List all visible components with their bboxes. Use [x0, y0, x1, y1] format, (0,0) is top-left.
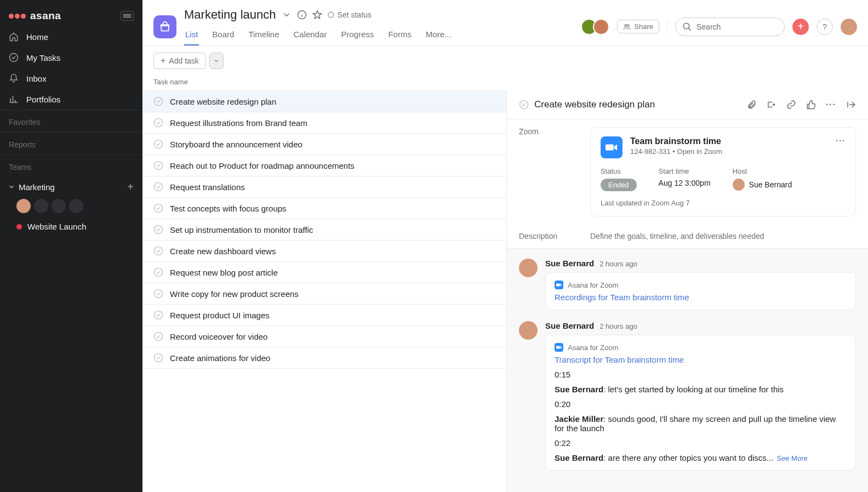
comment-avatar: [519, 321, 538, 340]
task-title: Record voiceover for video: [170, 332, 267, 341]
nav-mytasks-label: My Tasks: [26, 53, 60, 62]
section-favorites[interactable]: Favorites: [0, 110, 142, 132]
recording-link[interactable]: Recordings for Team brainstorm time: [555, 293, 847, 302]
task-check-icon[interactable]: [153, 289, 163, 299]
task-check-icon[interactable]: [153, 246, 163, 256]
sidebar-project-website-launch[interactable]: Website Launch: [0, 218, 142, 236]
nav-home-label: Home: [26, 32, 48, 42]
star-icon[interactable]: [312, 10, 322, 20]
svg-point-6: [155, 119, 163, 127]
section-reports[interactable]: Reports: [0, 133, 142, 155]
task-row[interactable]: Test concepts with focus groups: [142, 198, 506, 219]
task-check-icon[interactable]: [153, 310, 163, 320]
current-user-avatar[interactable]: [841, 19, 857, 35]
task-detail-panel: Create website redesign plan ··· Zoom: [506, 90, 868, 492]
comment-author: Sue Bernard: [545, 321, 594, 330]
task-row[interactable]: Create animations for video: [142, 347, 506, 369]
tab-board[interactable]: Board: [211, 25, 235, 45]
team-marketing[interactable]: Marketing +: [0, 177, 142, 197]
task-check-icon[interactable]: [153, 267, 163, 277]
zoom-card-menu[interactable]: ···: [836, 136, 846, 145]
task-row[interactable]: Request translations: [142, 176, 506, 198]
transcript-link[interactable]: Transcript for Team brainstorm time: [555, 355, 847, 364]
set-status-button[interactable]: Set status: [328, 10, 372, 19]
task-check-icon[interactable]: [153, 225, 163, 234]
see-more-link[interactable]: See More: [776, 454, 807, 462]
task-row[interactable]: Create website redesign plan: [142, 91, 506, 112]
zoom-meeting-card: Team brainstorm time 124-982-331 • Open …: [590, 127, 856, 216]
nav-inbox-label: Inbox: [26, 74, 47, 83]
task-title: Request translations: [170, 182, 245, 192]
task-check-icon[interactable]: [153, 331, 163, 341]
like-icon[interactable]: [806, 100, 816, 110]
description-value[interactable]: Define the goals, timeline, and delivera…: [590, 232, 764, 241]
comment-time: 2 hours ago: [599, 260, 637, 268]
info-icon[interactable]: [297, 10, 307, 20]
tab-more[interactable]: More...: [425, 25, 453, 45]
zoom-open-link[interactable]: Open in Zoom: [677, 147, 722, 156]
complete-task-icon[interactable]: [519, 100, 529, 110]
add-team-icon[interactable]: +: [127, 181, 134, 192]
nav-portfolios[interactable]: Portfolios: [0, 89, 142, 110]
tab-timeline[interactable]: Timeline: [247, 25, 280, 45]
people-icon: [623, 23, 631, 31]
team-members-row: [0, 197, 142, 218]
task-row[interactable]: Set up instrumentation to monitor traffi…: [142, 219, 506, 241]
zoom-start-value: Aug 12 3:00pm: [659, 179, 711, 187]
task-row[interactable]: Storyboard the announcement video: [142, 134, 506, 155]
task-check-icon[interactable]: [153, 161, 163, 170]
chevron-down-icon[interactable]: [282, 10, 292, 20]
member-avatar[interactable]: [52, 199, 66, 213]
task-row[interactable]: Request illustrations from Brand team: [142, 112, 506, 134]
zoom-field-label: Zoom: [519, 127, 579, 216]
svg-point-8: [155, 162, 163, 170]
task-check-icon[interactable]: [153, 182, 163, 192]
more-actions-icon[interactable]: ···: [826, 100, 836, 110]
subtask-icon[interactable]: [767, 100, 776, 110]
attachment-icon[interactable]: [747, 100, 757, 110]
member-avatar[interactable]: [593, 19, 609, 35]
member-avatar[interactable]: [34, 199, 48, 213]
collapse-sidebar-icon[interactable]: [121, 11, 134, 21]
task-row[interactable]: Record voiceover for video: [142, 326, 506, 347]
task-row[interactable]: Create new dashboard views: [142, 241, 506, 262]
tab-list[interactable]: List: [184, 25, 199, 45]
task-row[interactable]: Request new blog post article: [142, 262, 506, 283]
svg-point-18: [520, 101, 528, 109]
project-members[interactable]: [581, 19, 609, 35]
tab-forms[interactable]: Forms: [387, 25, 413, 45]
share-button[interactable]: Share: [617, 20, 659, 33]
nav-inbox[interactable]: Inbox: [0, 68, 142, 89]
search-input[interactable]: Search: [675, 18, 785, 36]
task-check-icon[interactable]: [153, 139, 163, 149]
add-task-dropdown[interactable]: [209, 53, 224, 69]
list-toolbar: + Add task: [142, 46, 868, 69]
svg-rect-21: [556, 346, 560, 349]
member-avatar[interactable]: [69, 199, 83, 213]
task-row[interactable]: Request product UI images: [142, 305, 506, 326]
task-check-icon[interactable]: [153, 118, 163, 128]
task-row[interactable]: Reach out to Product for roadmap announc…: [142, 155, 506, 176]
chevron-down-icon: [214, 58, 219, 64]
svg-point-3: [627, 24, 630, 26]
svg-rect-20: [556, 284, 560, 287]
tab-progress[interactable]: Progress: [340, 25, 375, 45]
close-panel-icon[interactable]: [846, 100, 856, 110]
brand-row: asana: [0, 0, 142, 26]
member-avatar[interactable]: [16, 199, 31, 213]
task-check-icon[interactable]: [153, 96, 163, 106]
nav-home[interactable]: Home: [0, 26, 142, 47]
task-check-icon[interactable]: [153, 203, 163, 213]
task-row[interactable]: Write copy for new product screens: [142, 283, 506, 305]
comment-time: 2 hours ago: [599, 322, 637, 330]
task-title: Reach out to Product for roadmap announc…: [170, 161, 355, 170]
help-button[interactable]: ?: [816, 19, 833, 35]
nav-portfolios-label: Portfolios: [26, 95, 61, 104]
svg-point-10: [155, 204, 163, 213]
nav-mytasks[interactable]: My Tasks: [0, 47, 142, 68]
copy-link-icon[interactable]: [786, 100, 796, 110]
global-add-button[interactable]: +: [792, 19, 809, 35]
add-task-button[interactable]: + Add task: [153, 53, 206, 69]
tab-calendar[interactable]: Calendar: [293, 25, 328, 45]
task-check-icon[interactable]: [153, 353, 163, 363]
